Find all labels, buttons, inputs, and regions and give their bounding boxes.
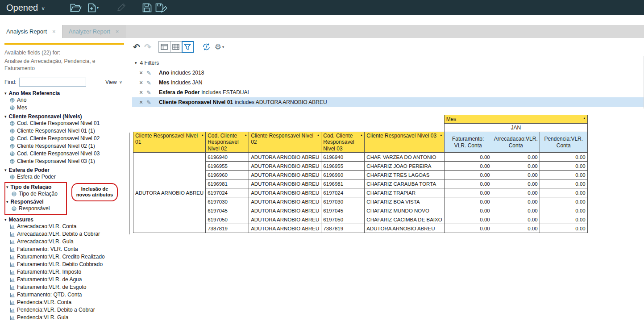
remove-filter-icon[interactable]: × — [136, 99, 146, 106]
pivot-cell[interactable]: ADUTORA ARNOBIO ABREU — [249, 162, 321, 171]
pivot-cell[interactable]: ADUTORA ARNOBIO ABREU — [249, 224, 321, 233]
remove-filter-icon[interactable]: × — [136, 79, 146, 86]
pivot-value-cell[interactable]: 0.00 — [444, 171, 492, 179]
row-group-cell[interactable]: ADUTORA ARNOBIO ABREU — [133, 153, 206, 233]
field-item[interactable]: Cod. Cliente Responsavel Nivel 03 — [4, 150, 124, 158]
pivot-value-cell[interactable]: 0.00 — [444, 179, 492, 188]
new-report-icon[interactable]: ▾ — [88, 3, 99, 13]
row-header-cliente-nivel-01[interactable]: Cliente Responsavel Nivel 01▲ — [133, 132, 206, 153]
filter-row-selected[interactable]: × ✎ Cliente Responsavel Nivel 01includes… — [132, 97, 644, 107]
pivot-value-cell[interactable]: 0.00 — [444, 188, 492, 197]
pivot-cell[interactable]: CHAF. VARZEA DO ANTONIO — [365, 153, 444, 162]
pivot-value-cell[interactable]: 0.00 — [444, 197, 492, 206]
pivot-cell[interactable]: CHAFARIZ TRES LAGOAS — [365, 171, 444, 179]
pivot-value-cell[interactable]: 0.00 — [540, 215, 587, 224]
measure-header[interactable]: Pendencia:VLR. Conta — [540, 132, 587, 153]
measure-item[interactable]: Pendencia:VLR. Guia — [4, 314, 124, 321]
field-item[interactable]: Cliente Responsavel Nivel 02 (1) — [4, 142, 124, 150]
sort-asc-icon[interactable]: ▲ — [583, 117, 586, 120]
pivot-value-cell[interactable]: 0.00 — [540, 171, 587, 179]
pivot-cell[interactable]: 6196981 — [206, 179, 249, 188]
pivot-value-cell[interactable]: 0.00 — [492, 188, 540, 197]
pivot-value-cell[interactable]: 0.00 — [540, 224, 587, 233]
measure-header[interactable]: Arrecadacao:VLR. Conta — [492, 132, 540, 153]
sort-asc-icon[interactable]: ▲ — [316, 133, 320, 137]
field-item[interactable]: Cliente Responsavel Nivel 01 (1) — [4, 127, 124, 135]
measure-item[interactable]: Faturamento:VLR. de Agua — [4, 276, 124, 283]
pivot-value-cell[interactable]: 0.00 — [540, 162, 587, 171]
tab-analyzer-report[interactable]: Analyzer Report × — [62, 25, 126, 38]
table-view-button[interactable] — [170, 41, 182, 53]
field-group-ano-mes[interactable]: ▾ Ano Mes Referencia — [4, 90, 124, 96]
pivot-cell[interactable]: 6196955 — [321, 162, 365, 171]
pivot-cell[interactable]: 6197024 — [206, 188, 249, 197]
measure-item[interactable]: Arrecadacao:VLR. Conta — [4, 223, 124, 230]
close-icon[interactable]: × — [116, 28, 119, 35]
field-group-responsavel[interactable]: ▾ Responsável — [6, 199, 65, 205]
measure-header[interactable]: Faturamento: VLR. Conta — [444, 132, 492, 153]
report-options-menu[interactable]: ⚙ ▾ — [215, 42, 224, 52]
pivot-cell[interactable]: 6197050 — [206, 215, 249, 224]
filters-header[interactable]: ▾ 4 Filters — [132, 58, 644, 68]
pivot-cell[interactable]: 6196960 — [321, 171, 365, 179]
pivot-value-cell[interactable]: 0.00 — [540, 197, 587, 206]
field-item[interactable]: Mes — [4, 104, 124, 112]
field-item[interactable]: Responsável — [6, 205, 65, 213]
pivot-value-cell[interactable]: 0.00 — [492, 179, 540, 188]
pivot-cell[interactable]: CHAFARIZ BOA VISTA — [365, 197, 444, 206]
pivot-cell[interactable]: CHAFARIZ TRAPIAR — [365, 188, 444, 197]
view-dropdown[interactable]: View ∨ — [105, 79, 124, 85]
field-group-esfera[interactable]: ▾ Esfera de Poder — [4, 167, 124, 173]
measure-item[interactable]: Faturamento: VLR. Conta — [4, 246, 124, 253]
pivot-value-cell[interactable]: 0.00 — [492, 206, 540, 215]
column-member-cell[interactable]: JAN — [444, 124, 587, 132]
filter-row[interactable]: × ✎ Esfera de Poderincludes ESTADUAL — [132, 88, 644, 97]
measure-item[interactable]: Faturamento:VLR. Credito Realizado — [4, 253, 124, 261]
tab-analysis-report[interactable]: Analysis Report × — [0, 25, 62, 38]
pivot-value-cell[interactable]: 0.00 — [444, 206, 492, 215]
filter-row[interactable]: × ✎ Anoincludes 2018 — [132, 68, 644, 78]
pivot-cell[interactable]: CHAFARIZ CARAUBA TORTA — [365, 179, 444, 188]
field-item[interactable]: Cod. Cliente Responsavel Nivel 01 — [4, 120, 124, 127]
pivot-value-cell[interactable]: 0.00 — [492, 224, 540, 233]
row-header-cod-nivel-03[interactable]: Cod. Cliente Responsavel Nivel 03▲ — [321, 132, 365, 153]
edit-filter-icon[interactable]: ✎ — [146, 89, 159, 96]
pivot-cell[interactable]: 6197045 — [206, 206, 249, 215]
column-dimension-header[interactable]: Mes ▲ — [444, 115, 587, 124]
pivot-cell[interactable]: ADUTORA ARNOBIO ABREU — [249, 153, 321, 162]
pivot-cell[interactable]: ADUTORA ARNOBIO ABREU — [249, 179, 321, 188]
pivot-cell[interactable]: 6197050 — [321, 215, 365, 224]
pivot-value-cell[interactable]: 0.00 — [540, 153, 587, 162]
pivot-value-cell[interactable]: 0.00 — [540, 206, 587, 215]
field-item[interactable]: Cod. Cliente Responsavel Nivel 02 — [4, 135, 124, 142]
edit-filter-icon[interactable]: ✎ — [146, 70, 159, 76]
filter-row[interactable]: × ✎ Mesincludes JAN — [132, 78, 644, 88]
find-input[interactable] — [19, 78, 86, 87]
pivot-value-cell[interactable]: 0.00 — [444, 224, 492, 233]
pivot-cell[interactable]: 6196981 — [321, 179, 365, 188]
field-item[interactable]: Cliente Responsavel Nivel 03 (1) — [4, 158, 124, 165]
close-icon[interactable]: × — [52, 28, 56, 35]
undo-icon[interactable]: ↶ — [133, 42, 140, 52]
field-group-cliente-responsavel[interactable]: ▾ Cliente Responsavel (Níveis) — [4, 113, 124, 120]
pivot-cell[interactable]: 7387819 — [206, 224, 249, 233]
row-header-cliente-nivel-03[interactable]: Cliente Responsavel Nivel 03▲ — [365, 132, 444, 153]
measure-item[interactable]: Pendencia:VLR. Debito a Cobrar — [4, 306, 124, 314]
pivot-cell[interactable]: 7387819 — [321, 224, 365, 233]
field-group-tipo-relacao[interactable]: ▾ Tipo de Relação — [6, 184, 65, 190]
pivot-value-cell[interactable]: 0.00 — [492, 171, 540, 179]
remove-filter-icon[interactable]: × — [136, 89, 146, 96]
field-group-measures[interactable]: ▾ Measures — [4, 217, 124, 223]
measure-item[interactable]: Arrecadacao:VLR. Debito a Cobrar — [4, 230, 124, 238]
sort-asc-icon[interactable]: ▲ — [244, 133, 247, 137]
pivot-value-cell[interactable]: 0.00 — [540, 188, 587, 197]
measure-item[interactable]: Arrecadacao:VLR. Guia — [4, 238, 124, 246]
edit-filter-icon[interactable]: ✎ — [146, 99, 159, 106]
pivot-value-cell[interactable]: 0.00 — [444, 162, 492, 171]
pivot-cell[interactable]: CHAFARIZ JOAO PEREIRA — [365, 162, 444, 171]
pivot-cell[interactable]: ADUTORA ARNOBIO ABREU — [249, 215, 321, 224]
pivot-cell[interactable]: 6196940 — [206, 153, 249, 162]
pivot-cell[interactable]: 6197030 — [206, 197, 249, 206]
measure-item[interactable]: Faturamento:VLR. Debito Cobbrado — [4, 261, 124, 268]
field-item[interactable]: Ano — [4, 96, 124, 104]
